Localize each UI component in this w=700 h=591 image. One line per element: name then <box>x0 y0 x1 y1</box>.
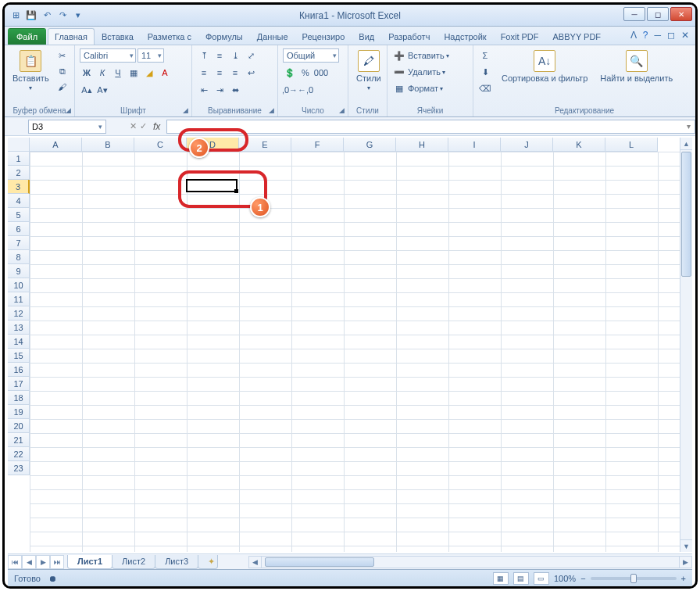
tab-file[interactable]: Файл <box>8 28 46 45</box>
ribbon-minimize-icon[interactable]: ᐱ <box>630 30 637 41</box>
fill-icon[interactable]: ⬇ <box>478 65 492 79</box>
sheet-nav-last-icon[interactable]: ⏭ <box>50 555 64 569</box>
font-launcher-icon[interactable]: ◢ <box>180 106 190 115</box>
zoom-level[interactable]: 100% <box>554 574 576 583</box>
help-icon[interactable]: ? <box>643 30 648 41</box>
row-header-20[interactable]: 20 <box>8 419 30 433</box>
tab-insert[interactable]: Вставка <box>95 28 141 45</box>
zoom-slider[interactable] <box>591 577 677 580</box>
find-select-button[interactable]: 🔍 Найти и выделить <box>597 48 676 84</box>
row-header-4[interactable]: 4 <box>8 194 30 208</box>
row-header-1[interactable]: 1 <box>8 152 30 166</box>
sheet-tab-2[interactable]: Лист2 <box>112 555 155 569</box>
format-painter-icon[interactable]: 🖌 <box>55 80 70 94</box>
col-header-C[interactable]: C <box>134 138 187 152</box>
col-header-D[interactable]: D <box>187 138 239 152</box>
tab-view[interactable]: Вид <box>352 28 381 45</box>
tab-home[interactable]: Главная <box>48 28 95 45</box>
vertical-scrollbar[interactable]: ▲ ▼ <box>680 138 692 552</box>
qat-redo-icon[interactable]: ↷ <box>56 9 69 22</box>
autosum-icon[interactable]: Σ <box>478 48 492 63</box>
qat-more-icon[interactable]: ▾ <box>72 9 84 22</box>
row-header-3[interactable]: 3 <box>8 180 30 194</box>
font-name-combo[interactable]: Calibri <box>80 48 136 63</box>
comma-icon[interactable]: 000 <box>314 66 328 80</box>
close-button[interactable]: ✕ <box>670 7 692 21</box>
tab-developer[interactable]: Разработч <box>381 28 437 45</box>
cells-insert-button[interactable]: ➕Вставить▾ <box>392 48 449 63</box>
spreadsheet-grid[interactable]: ABCDEFGHIJKL 123456789101112131415161718… <box>8 138 692 552</box>
bold-button[interactable]: Ж <box>80 66 94 80</box>
doc-min-icon[interactable]: ─ <box>654 30 661 41</box>
expand-formula-bar-icon[interactable]: ▾ <box>687 122 691 131</box>
align-middle-icon[interactable]: ≡ <box>212 48 227 63</box>
col-header-G[interactable]: G <box>344 138 396 152</box>
merge-icon[interactable]: ⬌ <box>228 83 242 97</box>
row-header-22[interactable]: 22 <box>8 447 30 461</box>
col-header-I[interactable]: I <box>448 138 501 152</box>
col-header-A[interactable]: A <box>30 138 82 152</box>
row-header-13[interactable]: 13 <box>8 321 30 335</box>
qat-save-icon[interactable]: 💾 <box>25 9 38 22</box>
row-header-6[interactable]: 6 <box>8 222 30 236</box>
border-icon[interactable]: ▦ <box>127 66 141 80</box>
increase-font-icon[interactable]: A▴ <box>80 83 94 97</box>
tab-review[interactable]: Рецензиро <box>295 28 352 45</box>
italic-button[interactable]: К <box>95 66 109 80</box>
align-left-icon[interactable]: ≡ <box>197 66 211 80</box>
copy-icon[interactable]: ⧉ <box>55 64 70 78</box>
formula-input[interactable] <box>166 120 695 134</box>
qat-undo-icon[interactable]: ↶ <box>41 9 53 22</box>
new-sheet-button[interactable]: ✦ <box>198 555 218 569</box>
col-header-J[interactable]: J <box>501 138 553 152</box>
view-page-break-icon[interactable]: ▭ <box>534 572 549 585</box>
paste-button[interactable]: 📋 Вставить ▾ <box>9 48 52 93</box>
scroll-down-icon[interactable]: ▼ <box>680 539 692 552</box>
cells-format-button[interactable]: ▦Формат▾ <box>392 81 443 95</box>
sheet-tab-1[interactable]: Лист1 <box>67 555 112 569</box>
sheet-nav-next-icon[interactable]: ▶ <box>36 555 50 569</box>
minimize-button[interactable]: ─ <box>623 7 645 21</box>
row-header-5[interactable]: 5 <box>8 208 30 222</box>
enter-formula-icon[interactable]: ✓ <box>140 121 147 131</box>
tab-data[interactable]: Данные <box>250 28 295 45</box>
row-header-11[interactable]: 11 <box>8 292 30 306</box>
row-header-19[interactable]: 19 <box>8 405 30 419</box>
horizontal-scrollbar[interactable]: ◀ ▶ <box>248 556 692 568</box>
row-header-12[interactable]: 12 <box>8 306 30 321</box>
sort-filter-button[interactable]: A↓ Сортировка и фильтр <box>498 48 591 84</box>
doc-max-icon[interactable]: ◻ <box>667 30 675 41</box>
row-header-10[interactable]: 10 <box>8 278 30 292</box>
row-header-23[interactable]: 23 <box>8 461 30 475</box>
number-format-combo[interactable]: Общий <box>283 48 339 63</box>
row-header-16[interactable]: 16 <box>8 363 30 377</box>
zoom-out-button[interactable]: − <box>580 574 585 583</box>
row-header-15[interactable]: 15 <box>8 349 30 363</box>
align-center-icon[interactable]: ≡ <box>212 66 227 80</box>
underline-button[interactable]: Ч <box>111 66 125 80</box>
clear-icon[interactable]: ⌫ <box>478 81 492 95</box>
row-header-21[interactable]: 21 <box>8 433 30 447</box>
sheet-nav-prev-icon[interactable]: ◀ <box>22 555 36 569</box>
tab-addins[interactable]: Надстройк <box>437 28 493 45</box>
row-header-9[interactable]: 9 <box>8 264 30 278</box>
sheet-nav-first-icon[interactable]: ⏮ <box>8 555 22 569</box>
scroll-right-icon[interactable]: ▶ <box>679 557 691 568</box>
decrease-decimal-icon[interactable]: ←,0 <box>298 83 312 97</box>
maximize-button[interactable]: ◻ <box>647 7 669 21</box>
scroll-left-icon[interactable]: ◀ <box>249 557 262 568</box>
decrease-font-icon[interactable]: A▾ <box>95 83 109 97</box>
view-normal-icon[interactable]: ▦ <box>493 572 509 585</box>
col-header-L[interactable]: L <box>605 138 658 152</box>
tab-foxit[interactable]: Foxit PDF <box>494 28 546 45</box>
font-color-icon[interactable]: A <box>158 66 172 80</box>
name-box[interactable]: D3 <box>28 120 106 134</box>
tab-abbyy[interactable]: ABBYY PDF <box>546 28 609 45</box>
clipboard-launcher-icon[interactable]: ◢ <box>63 106 73 115</box>
hscroll-thumb[interactable] <box>265 557 374 567</box>
select-all-button[interactable] <box>8 138 30 152</box>
insert-function-button[interactable]: fx <box>153 121 160 132</box>
row-header-8[interactable]: 8 <box>8 250 30 264</box>
cut-icon[interactable]: ✂ <box>55 48 70 63</box>
row-header-18[interactable]: 18 <box>8 391 30 405</box>
